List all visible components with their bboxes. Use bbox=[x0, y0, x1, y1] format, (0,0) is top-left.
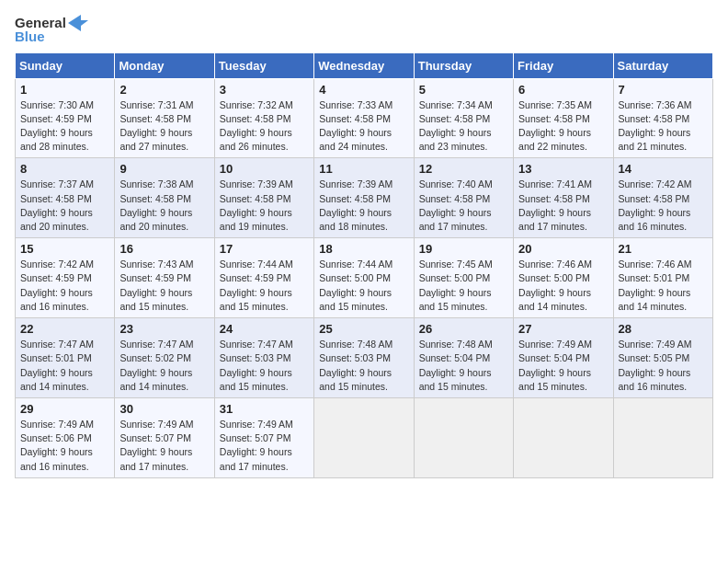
day-number: 15 bbox=[20, 242, 109, 256]
day-info: Sunrise: 7:32 AMSunset: 4:58 PMDaylight:… bbox=[220, 98, 309, 155]
cell-week2-day0: 8 Sunrise: 7:37 AMSunset: 4:58 PMDayligh… bbox=[16, 158, 115, 238]
day-info: Sunrise: 7:49 AMSunset: 5:07 PMDaylight:… bbox=[119, 418, 209, 474]
cell-week4-day1: 23 Sunrise: 7:47 AMSunset: 5:02 PMDaylig… bbox=[115, 318, 214, 398]
day-info: Sunrise: 7:37 AMSunset: 4:58 PMDaylight:… bbox=[20, 178, 109, 234]
day-info: Sunrise: 7:44 AMSunset: 5:00 PMDaylight:… bbox=[319, 258, 408, 314]
cell-week2-day4: 12 Sunrise: 7:40 AMSunset: 4:58 PMDaylig… bbox=[414, 158, 513, 238]
day-info: Sunrise: 7:43 AMSunset: 4:59 PMDaylight:… bbox=[119, 258, 209, 314]
day-info: Sunrise: 7:42 AMSunset: 4:59 PMDaylight:… bbox=[20, 258, 109, 314]
cell-week4-day3: 25 Sunrise: 7:48 AMSunset: 5:03 PMDaylig… bbox=[314, 318, 414, 398]
day-number: 26 bbox=[419, 322, 508, 336]
cell-week5-day5 bbox=[514, 398, 613, 478]
day-info: Sunrise: 7:35 AMSunset: 4:58 PMDaylight:… bbox=[518, 98, 608, 155]
cell-week2-day1: 9 Sunrise: 7:38 AMSunset: 4:58 PMDayligh… bbox=[115, 158, 214, 238]
day-number: 21 bbox=[619, 242, 708, 256]
cell-week5-day3 bbox=[314, 398, 414, 478]
day-info: Sunrise: 7:30 AMSunset: 4:59 PMDaylight:… bbox=[20, 98, 109, 155]
day-info: Sunrise: 7:40 AMSunset: 4:58 PMDaylight:… bbox=[419, 178, 508, 234]
day-number: 23 bbox=[119, 322, 209, 336]
day-info: Sunrise: 7:42 AMSunset: 4:58 PMDaylight:… bbox=[619, 178, 708, 234]
cell-week5-day0: 29 Sunrise: 7:49 AMSunset: 5:06 PMDaylig… bbox=[16, 398, 115, 478]
day-info: Sunrise: 7:47 AMSunset: 5:01 PMDaylight:… bbox=[20, 338, 109, 394]
day-number: 13 bbox=[518, 162, 608, 176]
day-number: 16 bbox=[119, 242, 209, 256]
day-number: 27 bbox=[518, 322, 608, 336]
day-info: Sunrise: 7:33 AMSunset: 4:58 PMDaylight:… bbox=[319, 98, 408, 155]
day-info: Sunrise: 7:38 AMSunset: 4:58 PMDaylight:… bbox=[119, 178, 209, 234]
day-number: 1 bbox=[20, 83, 109, 97]
day-info: Sunrise: 7:46 AMSunset: 5:01 PMDaylight:… bbox=[619, 258, 708, 314]
cell-week3-day2: 17 Sunrise: 7:44 AMSunset: 4:59 PMDaylig… bbox=[214, 238, 313, 318]
cell-week3-day6: 21 Sunrise: 7:46 AMSunset: 5:01 PMDaylig… bbox=[613, 238, 712, 318]
logo-bird-icon bbox=[68, 15, 88, 31]
header-monday: Monday bbox=[115, 52, 214, 78]
calendar-table: SundayMondayTuesdayWednesdayThursdayFrid… bbox=[15, 52, 713, 478]
cell-week3-day5: 20 Sunrise: 7:46 AMSunset: 5:00 PMDaylig… bbox=[514, 238, 613, 318]
header-friday: Friday bbox=[514, 52, 613, 78]
cell-week5-day4 bbox=[414, 398, 513, 478]
day-info: Sunrise: 7:39 AMSunset: 4:58 PMDaylight:… bbox=[319, 178, 408, 234]
day-number: 19 bbox=[419, 242, 508, 256]
cell-week4-day6: 28 Sunrise: 7:49 AMSunset: 5:05 PMDaylig… bbox=[613, 318, 712, 398]
day-number: 17 bbox=[220, 242, 309, 256]
header-thursday: Thursday bbox=[414, 52, 513, 78]
day-number: 2 bbox=[119, 83, 209, 97]
day-number: 25 bbox=[319, 322, 408, 336]
cell-week1-day2: 3 Sunrise: 7:32 AMSunset: 4:58 PMDayligh… bbox=[214, 78, 313, 158]
day-number: 30 bbox=[119, 402, 209, 416]
cell-week1-day5: 6 Sunrise: 7:35 AMSunset: 4:58 PMDayligh… bbox=[514, 78, 613, 158]
day-info: Sunrise: 7:49 AMSunset: 5:05 PMDaylight:… bbox=[619, 338, 708, 394]
day-number: 8 bbox=[20, 162, 109, 176]
cell-week4-day5: 27 Sunrise: 7:49 AMSunset: 5:04 PMDaylig… bbox=[514, 318, 613, 398]
day-number: 3 bbox=[220, 83, 309, 97]
day-info: Sunrise: 7:41 AMSunset: 4:58 PMDaylight:… bbox=[518, 178, 608, 234]
day-number: 5 bbox=[419, 83, 508, 97]
day-info: Sunrise: 7:47 AMSunset: 5:02 PMDaylight:… bbox=[119, 338, 209, 394]
cell-week3-day4: 19 Sunrise: 7:45 AMSunset: 5:00 PMDaylig… bbox=[414, 238, 513, 318]
day-number: 22 bbox=[20, 322, 109, 336]
cell-week5-day1: 30 Sunrise: 7:49 AMSunset: 5:07 PMDaylig… bbox=[115, 398, 214, 478]
day-number: 24 bbox=[220, 322, 309, 336]
svg-marker-0 bbox=[68, 15, 88, 31]
cell-week1-day3: 4 Sunrise: 7:33 AMSunset: 4:58 PMDayligh… bbox=[314, 78, 414, 158]
day-number: 18 bbox=[319, 242, 408, 256]
day-number: 14 bbox=[619, 162, 708, 176]
day-info: Sunrise: 7:31 AMSunset: 4:58 PMDaylight:… bbox=[119, 98, 209, 155]
day-info: Sunrise: 7:44 AMSunset: 4:59 PMDaylight:… bbox=[220, 258, 309, 314]
cell-week3-day1: 16 Sunrise: 7:43 AMSunset: 4:59 PMDaylig… bbox=[115, 238, 214, 318]
day-number: 9 bbox=[119, 162, 209, 176]
day-number: 7 bbox=[619, 83, 708, 97]
day-info: Sunrise: 7:36 AMSunset: 4:58 PMDaylight:… bbox=[619, 98, 708, 155]
cell-week2-day3: 11 Sunrise: 7:39 AMSunset: 4:58 PMDaylig… bbox=[314, 158, 414, 238]
day-info: Sunrise: 7:46 AMSunset: 5:00 PMDaylight:… bbox=[518, 258, 608, 314]
logo-text-blue: Blue bbox=[15, 29, 45, 45]
day-number: 11 bbox=[319, 162, 408, 176]
cell-week3-day3: 18 Sunrise: 7:44 AMSunset: 5:00 PMDaylig… bbox=[314, 238, 414, 318]
header-wednesday: Wednesday bbox=[314, 52, 414, 78]
logo: General Blue bbox=[15, 15, 88, 45]
cell-week1-day6: 7 Sunrise: 7:36 AMSunset: 4:58 PMDayligh… bbox=[613, 78, 712, 158]
cell-week5-day6 bbox=[613, 398, 712, 478]
day-number: 10 bbox=[220, 162, 309, 176]
day-number: 31 bbox=[220, 402, 309, 416]
cell-week4-day2: 24 Sunrise: 7:47 AMSunset: 5:03 PMDaylig… bbox=[214, 318, 313, 398]
day-info: Sunrise: 7:47 AMSunset: 5:03 PMDaylight:… bbox=[220, 338, 309, 394]
day-number: 12 bbox=[419, 162, 508, 176]
cell-week2-day6: 14 Sunrise: 7:42 AMSunset: 4:58 PMDaylig… bbox=[613, 158, 712, 238]
cell-week2-day5: 13 Sunrise: 7:41 AMSunset: 4:58 PMDaylig… bbox=[514, 158, 613, 238]
cell-week4-day0: 22 Sunrise: 7:47 AMSunset: 5:01 PMDaylig… bbox=[16, 318, 115, 398]
header-saturday: Saturday bbox=[613, 52, 712, 78]
day-info: Sunrise: 7:48 AMSunset: 5:03 PMDaylight:… bbox=[319, 338, 408, 394]
header-sunday: Sunday bbox=[16, 52, 115, 78]
cell-week1-day1: 2 Sunrise: 7:31 AMSunset: 4:58 PMDayligh… bbox=[115, 78, 214, 158]
day-info: Sunrise: 7:34 AMSunset: 4:58 PMDaylight:… bbox=[419, 98, 508, 155]
cell-week5-day2: 31 Sunrise: 7:49 AMSunset: 5:07 PMDaylig… bbox=[214, 398, 313, 478]
day-number: 20 bbox=[518, 242, 608, 256]
cell-week4-day4: 26 Sunrise: 7:48 AMSunset: 5:04 PMDaylig… bbox=[414, 318, 513, 398]
day-number: 29 bbox=[20, 402, 109, 416]
day-info: Sunrise: 7:49 AMSunset: 5:06 PMDaylight:… bbox=[20, 418, 109, 474]
cell-week3-day0: 15 Sunrise: 7:42 AMSunset: 4:59 PMDaylig… bbox=[16, 238, 115, 318]
day-info: Sunrise: 7:49 AMSunset: 5:04 PMDaylight:… bbox=[518, 338, 608, 394]
cell-week2-day2: 10 Sunrise: 7:39 AMSunset: 4:58 PMDaylig… bbox=[214, 158, 313, 238]
day-number: 6 bbox=[518, 83, 608, 97]
